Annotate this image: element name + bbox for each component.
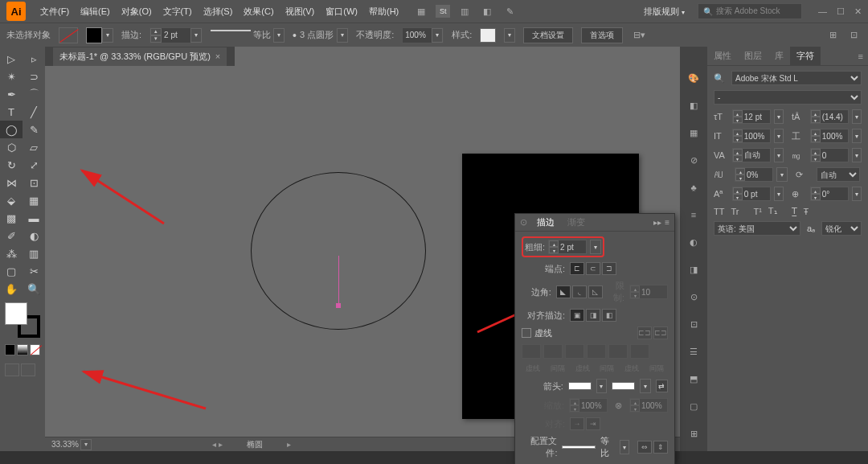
maximize-icon[interactable]: ☐ <box>837 6 845 17</box>
tracking-input[interactable]: ▴▾ <box>810 148 849 162</box>
stroke-panel-icon[interactable]: ≡ <box>685 206 702 224</box>
style-dropdown[interactable]: ▾ <box>504 28 515 43</box>
layout-rules-dropdown[interactable]: 排版规则 ▾ <box>639 2 690 21</box>
appearance-icon[interactable]: ⊙ <box>685 288 702 306</box>
arrow-start-dd[interactable]: ▾ <box>596 379 608 393</box>
gradient-panel-icon[interactable]: ◐ <box>685 233 702 251</box>
mesh-tool[interactable]: ▩ <box>0 209 23 227</box>
anchor-point[interactable] <box>336 303 341 308</box>
paintbrush-tool[interactable]: ✎ <box>23 121 45 138</box>
align-center[interactable]: ▣ <box>570 309 584 322</box>
vscale-input[interactable]: ▴▾ <box>732 129 771 143</box>
hscale-input[interactable]: ▴▾ <box>810 129 849 143</box>
stroke-weight-panel-dd[interactable]: ▾ <box>590 240 601 254</box>
profile-panel-dd[interactable]: ▾ <box>620 440 629 454</box>
aki1-dd[interactable]: ▾ <box>774 187 784 201</box>
perspective-tool[interactable]: ▦ <box>23 191 45 209</box>
font-family-select[interactable]: Adobe 宋体 Std L <box>731 71 862 85</box>
arrow-end-dd[interactable]: ▾ <box>640 379 651 393</box>
selection-tool[interactable]: ▷ <box>0 50 23 68</box>
menu-select[interactable]: 选择(S) <box>199 2 238 21</box>
none-mode-swatch[interactable] <box>30 344 40 355</box>
leading-dd[interactable]: ▾ <box>852 109 862 124</box>
stroke-weight-panel-input[interactable]: ▴▾ <box>548 240 587 254</box>
gradient-mode-swatch[interactable] <box>17 344 27 355</box>
corner-bevel[interactable]: ◺ <box>588 285 603 298</box>
stroke-weight-dropdown[interactable]: ▾ <box>190 28 202 43</box>
panel-toggle-1-icon[interactable]: ⊞ <box>825 27 841 43</box>
stepper-up-icon[interactable]: ▴ <box>150 28 162 35</box>
stepper-down-icon[interactable]: ▾ <box>150 35 162 43</box>
tab-close-icon[interactable]: × <box>215 51 220 61</box>
superscript[interactable]: T¹ <box>753 207 761 216</box>
align-outside[interactable]: ◧ <box>602 309 616 322</box>
leading-input[interactable]: ▴▾ <box>810 109 849 124</box>
brushes-icon[interactable]: ⊘ <box>685 151 702 169</box>
transparency-icon[interactable]: ◨ <box>685 261 702 278</box>
stroke-weight-field[interactable] <box>162 31 190 39</box>
profile-flip-v[interactable]: ⇕ <box>653 441 668 454</box>
corner-round[interactable]: ◟ <box>572 285 587 298</box>
width-tool[interactable]: ⋈ <box>0 174 23 191</box>
hand-tool[interactable]: ✋ <box>0 280 23 298</box>
type-tool[interactable]: T <box>0 103 23 121</box>
blend-tool[interactable]: ◐ <box>23 227 45 244</box>
arrange-icon[interactable]: ▥ <box>457 3 473 19</box>
menu-type[interactable]: 文字(T) <box>158 2 197 21</box>
tt-caps[interactable]: TT <box>714 207 724 216</box>
panel-grip-icon[interactable]: ⊙ <box>520 217 527 228</box>
antialias-select[interactable]: 锐化 <box>821 221 862 236</box>
swap-arrows[interactable]: ⇄ <box>656 380 668 392</box>
language-select[interactable]: 英语: 美国 <box>714 221 800 236</box>
baseline-dd[interactable]: ▾ <box>776 167 788 182</box>
hscale-dd[interactable]: ▾ <box>852 129 862 143</box>
arrow-end[interactable] <box>612 382 635 390</box>
menu-window[interactable]: 窗口(W) <box>321 2 362 21</box>
vscale-dd[interactable]: ▾ <box>774 129 784 143</box>
document-setup-button[interactable]: 文档设置 <box>523 27 573 43</box>
pen-tool[interactable]: ✒ <box>0 85 23 103</box>
kerning-input[interactable]: ▴▾ <box>732 148 771 162</box>
lasso-tool[interactable]: ⊃ <box>23 68 45 85</box>
gradient-tab[interactable]: 渐变 <box>561 215 592 230</box>
aki1-input[interactable]: ▴▾ <box>732 187 771 201</box>
tracking-dd[interactable]: ▾ <box>852 148 862 162</box>
rocket-icon[interactable]: ✎ <box>502 3 518 19</box>
panel-options-icon[interactable]: ≡ <box>665 218 669 227</box>
opacity-dropdown[interactable]: ▾ <box>432 28 443 43</box>
color-guide-icon[interactable]: ◧ <box>685 96 702 114</box>
menu-effect[interactable]: 效果(C) <box>239 2 278 21</box>
fill-stroke-control[interactable] <box>5 302 40 338</box>
menu-file[interactable]: 文件(F) <box>35 2 74 21</box>
stroke-swatch-dropdown[interactable]: ▾ <box>102 28 113 43</box>
aki2-dd[interactable]: ▾ <box>852 187 862 201</box>
opacity-field[interactable] <box>403 31 432 39</box>
graphic-styles-icon[interactable]: ⊡ <box>685 315 702 333</box>
color-panel-icon[interactable]: 🎨 <box>685 69 702 87</box>
ellipse-tool[interactable]: ◯ <box>0 121 23 138</box>
fill-swatch-none[interactable] <box>59 27 78 43</box>
eraser-tool[interactable]: ▱ <box>23 138 45 156</box>
graphic-style-swatch[interactable] <box>480 28 496 43</box>
rotation-select[interactable]: 自动 <box>817 167 860 182</box>
search-stock-input[interactable]: 🔍搜索 Adobe Stock <box>698 3 802 19</box>
screen-mode-normal[interactable] <box>5 363 19 376</box>
menu-view[interactable]: 视图(V) <box>280 2 320 21</box>
tab-properties[interactable]: 属性 <box>707 47 738 65</box>
line-tool[interactable]: ╱ <box>23 103 45 121</box>
document-tab[interactable]: 未标题-1* @ 33.33% (RGB/GPU 预览) × <box>53 47 227 66</box>
gradient-tool[interactable]: ▬ <box>23 209 45 227</box>
zoom-dropdown[interactable]: ▾ <box>80 439 92 450</box>
arrow-start[interactable] <box>568 382 592 390</box>
panel-toggle-2-icon[interactable]: ⊡ <box>845 27 862 43</box>
tt-smallcaps[interactable]: Tr <box>731 207 739 216</box>
artboard-tool[interactable]: ▢ <box>0 262 23 280</box>
stroke-weight-input[interactable]: ▴▾ ▾ <box>149 27 203 43</box>
subscript[interactable]: T₁ <box>768 206 777 216</box>
minimize-icon[interactable]: — <box>818 6 827 17</box>
brush-dropdown[interactable]: ▾ <box>337 28 348 43</box>
opacity-input[interactable]: ▾ <box>402 27 444 43</box>
preferences-button[interactable]: 首选项 <box>581 27 623 43</box>
libraries-icon[interactable]: ⊞ <box>685 425 702 442</box>
tab-character[interactable]: 字符 <box>790 47 821 65</box>
